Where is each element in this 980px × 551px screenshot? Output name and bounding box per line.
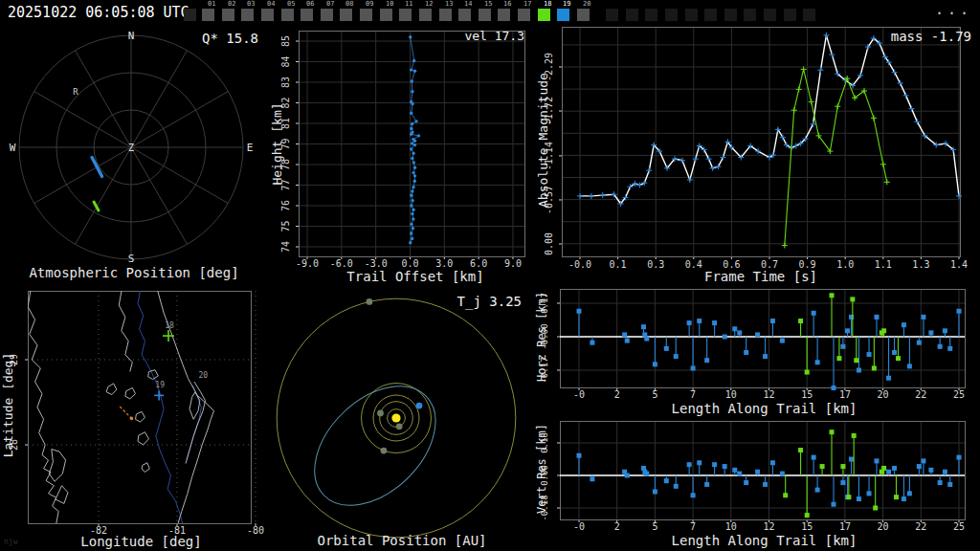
svg-text:E: E xyxy=(247,142,254,154)
map-ylabel: Latitude [deg] xyxy=(1,310,15,501)
frame-chip-18[interactable] xyxy=(538,9,550,21)
frame-chip-blank[interactable] xyxy=(606,9,618,21)
frame-chip-06[interactable] xyxy=(301,9,313,21)
frame-chip-label: 18 xyxy=(544,0,551,9)
svg-text:25: 25 xyxy=(953,521,965,532)
horizontal-residuals-panel: -0257101215172022250.17-0.00-0.17 Length… xyxy=(536,287,980,419)
frame-chip-02[interactable] xyxy=(222,9,234,21)
frame-chip-label: 16 xyxy=(503,0,511,9)
frame-chip-blank[interactable] xyxy=(685,9,698,21)
svg-text:19: 19 xyxy=(155,381,165,389)
svg-text:Z: Z xyxy=(128,143,134,153)
svg-text:2: 2 xyxy=(614,389,620,400)
frame-chip-20[interactable] xyxy=(577,9,590,21)
frame-chip-label: 05 xyxy=(287,0,295,9)
svg-text:20: 20 xyxy=(878,389,889,400)
green-track xyxy=(94,202,99,210)
app-root: 20251022 06:05:08 UTC 010203040506070809… xyxy=(0,0,980,551)
svg-text:W: W xyxy=(10,142,16,154)
frame-chip-16[interactable] xyxy=(498,9,510,21)
svg-text:0.0: 0.0 xyxy=(401,258,418,269)
frame-chip-label: 04 xyxy=(267,0,275,9)
mass-badge: mass -1.79 xyxy=(891,29,971,44)
frame-chip-blank[interactable] xyxy=(645,9,657,21)
orbit-axis-title: Orbital Position [AU] xyxy=(278,533,526,548)
q-value-badge: Q* 15.8 xyxy=(202,31,258,46)
svg-text:6.0: 6.0 xyxy=(470,258,487,269)
svg-text:5: 5 xyxy=(652,521,657,532)
frame-chip-label: 14 xyxy=(464,0,472,9)
frame-chip-blank[interactable] xyxy=(764,9,776,21)
svg-text:20: 20 xyxy=(878,521,889,532)
frame-chip-05[interactable] xyxy=(281,9,294,21)
frame-chip-label: 10 xyxy=(386,0,393,9)
vert-res-plot: -0257101215172022250.180.00-0.18 xyxy=(536,419,980,551)
frame-chip-19[interactable] xyxy=(557,9,569,21)
frame-chip-07[interactable] xyxy=(321,9,333,21)
svg-text:12: 12 xyxy=(763,389,774,400)
frame-chip-13[interactable] xyxy=(439,9,452,21)
frame-chip-15[interactable] xyxy=(479,9,491,21)
frame-chip-08[interactable] xyxy=(340,9,352,21)
light-curve-plot: -0.00.10.30.40.60.70.91.01.11.31.4-2.29-… xyxy=(536,24,980,287)
frame-chip-blank[interactable] xyxy=(724,9,737,21)
svg-text:3.0: 3.0 xyxy=(435,258,453,269)
svg-text:9.0: 9.0 xyxy=(504,258,522,269)
frame-chip-03[interactable] xyxy=(241,9,254,21)
frame-chip-label: 19 xyxy=(563,0,570,9)
frame-chip-label: 03 xyxy=(247,0,255,9)
svg-text:22: 22 xyxy=(915,389,926,400)
svg-text:12: 12 xyxy=(763,521,774,532)
trail-xlabel: Trail Offset [km] xyxy=(297,269,534,284)
svg-text:2: 2 xyxy=(614,521,620,532)
frame-chip-label: 08 xyxy=(345,0,353,9)
svg-text:-0: -0 xyxy=(573,521,585,532)
frame-chip-01[interactable] xyxy=(202,9,214,21)
watermark: njw xyxy=(4,538,17,546)
mass-xlabel: Frame Time [s] xyxy=(562,269,960,284)
frame-chip-blank[interactable] xyxy=(744,9,756,21)
frame-chip-14[interactable] xyxy=(458,9,471,21)
frame-chip-label: 12 xyxy=(425,0,433,9)
tisserand-badge: T_j 3.25 xyxy=(457,294,522,309)
horz-xlabel: Length Along Trail [km] xyxy=(560,401,969,416)
vert-xlabel: Length Along Trail [km] xyxy=(560,533,969,548)
planet-dot xyxy=(377,410,384,417)
map-features xyxy=(28,287,213,524)
svg-text:S: S xyxy=(128,253,135,265)
svg-text:15: 15 xyxy=(801,389,813,400)
svg-text:-3.0: -3.0 xyxy=(365,258,388,269)
frame-chip-label: 15 xyxy=(484,0,492,9)
svg-text:-9.0: -9.0 xyxy=(296,258,319,269)
light-curve-panel: -0.00.10.30.40.60.70.91.01.11.31.4-2.29-… xyxy=(536,24,980,287)
svg-text:17: 17 xyxy=(839,389,851,400)
frame-chip-blank[interactable] xyxy=(784,9,796,21)
frame-chip-label: 17 xyxy=(523,0,531,9)
svg-text:17: 17 xyxy=(839,521,851,532)
frame-chip-10[interactable] xyxy=(380,9,392,21)
frame-chip-blank[interactable] xyxy=(704,9,717,21)
svg-text:18: 18 xyxy=(165,321,174,330)
frame-chip-blank[interactable] xyxy=(665,9,678,21)
object-position-dot xyxy=(416,403,423,409)
planet-dot xyxy=(367,298,373,305)
polar-plot: NSWEZR xyxy=(0,24,268,287)
svg-text:N: N xyxy=(128,30,135,42)
svg-text:85: 85 xyxy=(280,35,291,47)
frame-chip-09[interactable] xyxy=(360,9,372,21)
svg-text:R: R xyxy=(73,87,78,97)
frame-chip-12[interactable] xyxy=(419,9,432,21)
frame-chip-11[interactable] xyxy=(399,9,412,21)
vert-ylabel: Vert Res [km] xyxy=(535,373,548,551)
frame-chip-label: 11 xyxy=(405,0,412,9)
ellipsis-icon[interactable]: ... xyxy=(935,1,972,18)
frame-chip-blank[interactable] xyxy=(803,9,815,21)
trail-ylabel: Height [km] xyxy=(270,49,284,240)
frame-chip-blank[interactable] xyxy=(184,9,196,21)
trajectory-line xyxy=(120,407,131,418)
blue-track xyxy=(92,158,102,177)
frame-chip-blank[interactable] xyxy=(626,9,638,21)
frame-chip-04[interactable] xyxy=(261,9,274,21)
frame-chip-17[interactable] xyxy=(518,9,530,21)
trail-offset-panel: -9.0-6.0-3.00.03.06.09.08584838281797877… xyxy=(268,24,536,287)
